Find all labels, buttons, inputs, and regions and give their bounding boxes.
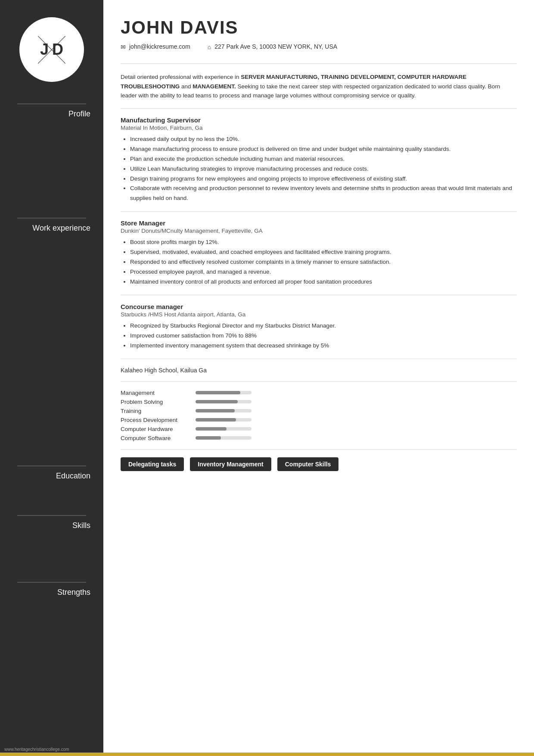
profile-section: Detail oriented professional with experi… bbox=[121, 72, 517, 100]
sidebar-divider-3 bbox=[17, 465, 86, 466]
candidate-name: JOHN DAVIS bbox=[121, 17, 517, 38]
job-3-bullets: Recognized by Starbucks Regional Directo… bbox=[121, 321, 517, 351]
section-divider-2 bbox=[121, 211, 517, 212]
resume-container: J D Profile Work experience Education Sk… bbox=[0, 0, 534, 756]
sidebar-label-education: Education bbox=[9, 472, 95, 481]
skill-row-problemsolving: Problem Solving bbox=[121, 399, 517, 405]
job-1-company: Material In Motion, Fairburn, Ga bbox=[121, 125, 517, 131]
skill-fill-computersoftware bbox=[196, 436, 221, 440]
job-1: Manufacturing Supervisor Material In Mot… bbox=[121, 116, 517, 204]
sidebar-label-strengths: Strengths bbox=[9, 588, 95, 597]
skill-row-computerhardware: Computer Hardware bbox=[121, 426, 517, 432]
strengths-row: Delegating tasks Inventory Management Co… bbox=[121, 457, 517, 471]
list-item: Maintained inventory control of all prod… bbox=[130, 277, 517, 287]
job-2-company: Dunkin' Donuts/MCnulty Management, Fayet… bbox=[121, 228, 517, 234]
skill-name-processdevelopment: Process Development bbox=[121, 417, 189, 423]
job-3-title: Concourse manager bbox=[121, 303, 517, 310]
list-item: Implemented inventory management system … bbox=[130, 341, 517, 351]
skill-fill-training bbox=[196, 409, 235, 412]
sidebar-label-profile: Profile bbox=[9, 109, 95, 119]
list-item: Improved customer satisfaction from 70% … bbox=[130, 331, 517, 341]
main-content: JOHN DAVIS ✉ john@kickresume.com ⌂ 227 P… bbox=[103, 0, 534, 756]
sidebar-divider-4 bbox=[17, 515, 86, 516]
list-item: Processed employee payroll, and managed … bbox=[130, 267, 517, 277]
address-icon: ⌂ bbox=[208, 44, 211, 50]
sidebar-label-work: Work experience bbox=[9, 224, 95, 233]
skill-fill-management bbox=[196, 391, 240, 394]
skill-row-training: Training bbox=[121, 408, 517, 414]
work-experience-section: Manufacturing Supervisor Material In Mot… bbox=[121, 116, 517, 351]
section-divider-6 bbox=[121, 449, 517, 450]
skill-bar-computersoftware bbox=[196, 436, 251, 440]
skill-bar-computerhardware bbox=[196, 427, 251, 431]
list-item: Manage manufacturing process to ensure p… bbox=[130, 144, 517, 154]
strength-badge-delegating: Delegating tasks bbox=[121, 457, 184, 471]
education-school: Kalaheo High School, Kailua Ga bbox=[121, 367, 517, 374]
skill-bar-processdevelopment bbox=[196, 418, 251, 422]
job-1-title: Manufacturing Supervisor bbox=[121, 116, 517, 124]
sidebar-section-skills: Skills bbox=[0, 515, 103, 530]
skill-fill-processdevelopment bbox=[196, 418, 236, 422]
sidebar-section-work: Work experience bbox=[0, 218, 103, 233]
job-2-title: Store Manager bbox=[121, 219, 517, 227]
job-3-company: Starbucks /HMS Host Atlanta airport, Atl… bbox=[121, 311, 517, 318]
sidebar: J D Profile Work experience Education Sk… bbox=[0, 0, 103, 756]
email-icon: ✉ bbox=[121, 44, 126, 50]
skill-fill-computerhardware bbox=[196, 427, 227, 431]
section-divider-4 bbox=[121, 359, 517, 359]
address-text: 227 Park Ave S, 10003 NEW YORK, NY, USA bbox=[214, 43, 337, 50]
sidebar-divider-5 bbox=[17, 582, 86, 583]
watermark: www.heritagechristiancollege.com bbox=[4, 747, 69, 752]
list-item: Responded to and effectively resolved cu… bbox=[130, 257, 517, 267]
skill-bar-problemsolving bbox=[196, 400, 251, 403]
education-section: Kalaheo High School, Kailua Ga bbox=[121, 367, 517, 374]
avatar: J D bbox=[19, 17, 84, 82]
skill-name-training: Training bbox=[121, 408, 189, 414]
skill-name-problemsolving: Problem Solving bbox=[121, 399, 189, 405]
sidebar-divider-2 bbox=[17, 218, 86, 219]
sidebar-section-profile: Profile bbox=[0, 103, 103, 119]
strengths-section: Delegating tasks Inventory Management Co… bbox=[121, 457, 517, 471]
sidebar-section-strengths: Strengths bbox=[0, 582, 103, 597]
contact-row: ✉ john@kickresume.com ⌂ 227 Park Ave S, … bbox=[121, 43, 517, 50]
list-item: Plan and execute the production schedule… bbox=[130, 154, 517, 164]
skill-name-computersoftware: Computer Software bbox=[121, 435, 189, 441]
job-1-bullets: Increased daily output by no less the 10… bbox=[121, 134, 517, 204]
skill-bar-management bbox=[196, 391, 251, 394]
sidebar-divider-1 bbox=[17, 103, 86, 104]
skill-row-management: Management bbox=[121, 390, 517, 396]
list-item: Supervised, motivated, evaluated, and co… bbox=[130, 247, 517, 257]
strength-badge-computer: Computer Skills bbox=[277, 457, 339, 471]
email-text: john@kickresume.com bbox=[129, 43, 190, 50]
skill-row-computersoftware: Computer Software bbox=[121, 435, 517, 441]
list-item: Utilize Lean Manufacturing strategies to… bbox=[130, 164, 517, 174]
address-contact: ⌂ 227 Park Ave S, 10003 NEW YORK, NY, US… bbox=[208, 43, 337, 50]
job-3: Concourse manager Starbucks /HMS Host At… bbox=[121, 303, 517, 351]
list-item: Increased daily output by no less the 10… bbox=[130, 134, 517, 144]
skills-grid: Management Problem Solving Training bbox=[121, 390, 517, 441]
list-item: Recognized by Starbucks Regional Directo… bbox=[130, 321, 517, 331]
skill-fill-problemsolving bbox=[196, 400, 238, 403]
section-divider-5 bbox=[121, 381, 517, 382]
section-divider-1 bbox=[121, 108, 517, 109]
skill-name-computerhardware: Computer Hardware bbox=[121, 426, 189, 432]
skills-section: Management Problem Solving Training bbox=[121, 390, 517, 441]
skill-name-management: Management bbox=[121, 390, 189, 396]
list-item: Collaborate with receiving and productio… bbox=[130, 184, 517, 203]
gold-bar bbox=[0, 753, 534, 756]
strength-badge-inventory: Inventory Management bbox=[190, 457, 271, 471]
sidebar-section-education: Education bbox=[0, 465, 103, 481]
profile-text: Detail oriented professional with experi… bbox=[121, 72, 517, 100]
sidebar-label-skills: Skills bbox=[9, 521, 95, 530]
avatar-divider-lines bbox=[19, 17, 84, 82]
skill-row-processdevelopment: Process Development bbox=[121, 417, 517, 423]
section-divider-3 bbox=[121, 295, 517, 295]
list-item: Boost store profits margin by 12%. bbox=[130, 237, 517, 247]
email-contact: ✉ john@kickresume.com bbox=[121, 43, 190, 50]
job-2: Store Manager Dunkin' Donuts/MCnulty Man… bbox=[121, 219, 517, 287]
skill-bar-training bbox=[196, 409, 251, 412]
job-2-bullets: Boost store profits margin by 12%. Super… bbox=[121, 237, 517, 287]
list-item: Design training programs for new employe… bbox=[130, 174, 517, 184]
header-divider bbox=[121, 63, 517, 64]
